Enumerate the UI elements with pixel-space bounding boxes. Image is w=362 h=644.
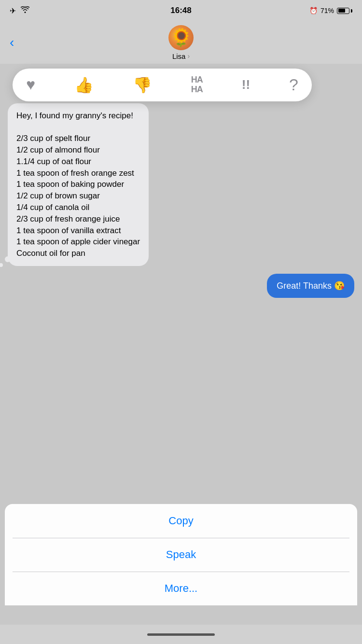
sent-message-text: Great! Thanks 😘 — [277, 281, 345, 291]
context-menu: Copy Speak More... — [0, 504, 362, 605]
alarm-icon: ⏰ — [309, 7, 318, 14]
avatar-emoji: 🌻 — [170, 28, 192, 48]
more-button[interactable]: More... — [5, 572, 357, 605]
speak-button[interactable]: Speak — [5, 538, 357, 572]
chat-area: ♥ 👍 👎 HAHA !! ? Hey, I found my granny's… — [0, 64, 362, 625]
status-right: ⏰ 71% — [309, 7, 352, 14]
airplane-icon: ✈ — [10, 6, 16, 15]
message-row-sent: Great! Thanks 😘 — [8, 274, 354, 298]
received-message-text: Hey, I found my granny's recipe! 2/3 cup… — [16, 111, 140, 258]
received-bubble[interactable]: Hey, I found my granny's recipe! 2/3 cup… — [8, 103, 149, 266]
contact-avatar[interactable]: 🌻 — [168, 25, 194, 50]
battery-percent: 71% — [320, 7, 334, 14]
reaction-popup: ♥ 👍 👎 HAHA !! ? — [13, 69, 312, 101]
bubble-tail — [0, 263, 3, 267]
bottom-bar — [0, 625, 362, 644]
sent-bubble[interactable]: Great! Thanks 😘 — [267, 274, 354, 298]
reaction-thumbs-up[interactable]: 👍 — [74, 76, 94, 94]
back-button[interactable]: ‹ — [10, 35, 14, 50]
contact-name-row[interactable]: Lisa › — [172, 52, 190, 60]
reaction-haha[interactable]: HAHA — [191, 75, 203, 95]
reaction-exclaim[interactable]: !! — [242, 77, 250, 92]
copy-button[interactable]: Copy — [5, 504, 357, 538]
reaction-thumbs-down[interactable]: 👎 — [133, 76, 152, 94]
home-indicator — [147, 633, 215, 636]
battery-icon — [337, 8, 352, 14]
status-left: ✈ — [10, 6, 29, 15]
status-time: 16:48 — [170, 6, 191, 15]
reaction-heart[interactable]: ♥ — [26, 76, 35, 94]
wifi-icon — [21, 6, 29, 15]
message-row-received: Hey, I found my granny's recipe! 2/3 cup… — [8, 103, 354, 266]
context-menu-sheet: Copy Speak More... — [5, 504, 357, 605]
contact-name: Lisa — [172, 52, 186, 60]
status-bar: ✈ 16:48 ⏰ 71% — [0, 0, 362, 21]
nav-header: ‹ 🌻 Lisa › — [0, 21, 362, 64]
reaction-question[interactable]: ? — [289, 75, 298, 94]
contact-chevron-icon: › — [187, 52, 190, 60]
